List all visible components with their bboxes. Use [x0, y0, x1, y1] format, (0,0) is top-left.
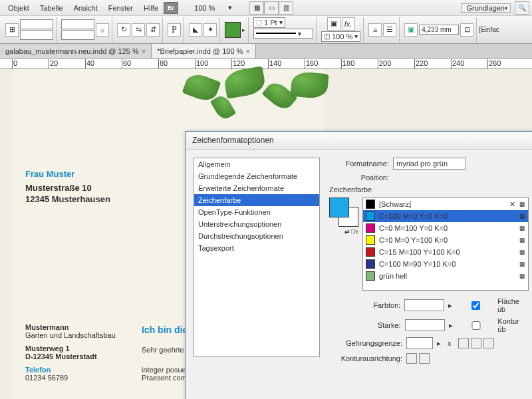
staerke-input[interactable]: [405, 319, 445, 331]
fit-icon[interactable]: ⊡: [460, 23, 473, 37]
tab-galabau[interactable]: galabau_mustermann-neu.indd @ 125 %×: [0, 44, 152, 58]
category-item[interactable]: Tagsexport: [194, 242, 319, 254]
menubar: Objekt Tabelle Ansicht Fenster Hilfe Br …: [0, 0, 532, 16]
join-miter-icon[interactable]: [458, 338, 469, 348]
recipient-name: Frau Muster: [25, 169, 110, 179]
flaeche-label: Fläche üb: [497, 297, 529, 313]
color-list[interactable]: [Schwarz]✕▦C=100 M=0 Y=0 K=0▦C=0 M=100 Y…: [362, 198, 529, 291]
close-icon[interactable]: ×: [142, 47, 146, 55]
stepper-icon[interactable]: ▸: [449, 321, 453, 330]
bridge-icon[interactable]: Br: [164, 2, 178, 14]
workspace-selector[interactable]: Grundlagen: [461, 3, 511, 13]
color-row[interactable]: [Schwarz]✕▦: [363, 198, 528, 210]
footer-block: Mustermann Garten und Landschaftsbau Mus…: [25, 323, 116, 382]
close-icon[interactable]: ×: [245, 47, 249, 55]
sender-street: Musterweg 1: [25, 344, 116, 352]
screen-mode-icon[interactable]: ▭: [264, 1, 279, 15]
search-icon[interactable]: 🔍: [515, 1, 529, 15]
ref-point-icon[interactable]: ⊞: [5, 23, 19, 37]
category-item[interactable]: Zeichenfarbe: [194, 194, 319, 206]
color-row[interactable]: grün hell▦: [363, 270, 528, 282]
sender-sub: Garten und Landschaftsbau: [25, 331, 116, 339]
leaves-decoration: [158, 69, 358, 136]
tel-number: 01234 56789: [25, 374, 116, 382]
flaeche-checkbox[interactable]: [456, 301, 495, 310]
join-round-icon[interactable]: [471, 338, 481, 348]
staerke-label: Stärke:: [329, 321, 401, 329]
view-mode-icon[interactable]: ▦: [249, 1, 264, 15]
join-bevel-icon[interactable]: [483, 338, 494, 348]
formatname-label: Formatname:: [329, 160, 389, 168]
x-label: x: [448, 339, 452, 347]
zoom-dropdown-icon[interactable]: ▾: [223, 3, 237, 12]
menu-hilfe[interactable]: Hilfe: [138, 4, 164, 12]
stroke-weight-field[interactable]: ⬚ 1 Pt ▾: [253, 17, 285, 28]
control-panel: ⊞ ⟐ ↻ ⇋ ⇵ P ◣ ✦ ▸ ⬚ 1 Pt ▾ ▾ ▣fx. ◫ 100 …: [0, 16, 532, 44]
menu-ansicht[interactable]: Ansicht: [68, 4, 103, 12]
fx-icon[interactable]: fx.: [342, 17, 355, 31]
align1-icon[interactable]: ≡: [368, 23, 382, 37]
horizontal-ruler: 020406080100120140160180200220240260: [0, 59, 532, 69]
x-field[interactable]: [20, 19, 53, 29]
farbton-label: Farbton:: [329, 301, 400, 309]
flip-h-icon[interactable]: ⇋: [132, 23, 145, 37]
recipient-city: 12345 Musterhausen: [25, 194, 110, 204]
dialog-title: Zeichenformatoptionen: [186, 132, 532, 150]
fill-swatch[interactable]: [225, 22, 241, 38]
position-label: Position:: [329, 174, 389, 182]
color-row[interactable]: C=15 M=100 Y=100 K=0▦: [363, 246, 528, 258]
swatch-arrow-icon[interactable]: ▸: [242, 27, 245, 33]
measure-field[interactable]: [419, 25, 459, 35]
category-item[interactable]: Erweiterte Zeichenformate: [194, 182, 319, 194]
gehrung-label: Gehrungsgrenze:: [329, 339, 402, 347]
sender-name: Mustermann: [25, 323, 116, 331]
menu-fenster[interactable]: Fenster: [103, 4, 138, 12]
swap-icon[interactable]: ⇄ □⁄₂: [329, 228, 358, 235]
para-icon[interactable]: P: [168, 23, 181, 37]
arrange-icon[interactable]: ▥: [279, 1, 293, 15]
stepper-icon[interactable]: ▸: [437, 339, 441, 348]
kontur-label: Kontur üb: [497, 317, 529, 333]
effects-icon[interactable]: ✦: [203, 23, 217, 37]
menu-objekt[interactable]: Objekt: [3, 4, 35, 12]
category-list[interactable]: AllgemeinGrundlegende ZeichenformateErwe…: [194, 158, 320, 357]
address-block: Frau Muster Musterstraße 10 12345 Muster…: [25, 169, 110, 205]
sender-city: D-12345 Musterstadt: [25, 352, 116, 360]
zoom-value[interactable]: 100 %: [189, 4, 220, 12]
y-field[interactable]: [20, 30, 53, 40]
menu-tabelle[interactable]: Tabelle: [35, 4, 68, 12]
align-inside-icon[interactable]: [419, 353, 430, 364]
category-item[interactable]: Durchstreichungsoptionen: [194, 230, 319, 242]
category-item[interactable]: OpenType-Funktionen: [194, 206, 319, 218]
corner-icon[interactable]: ◣: [189, 23, 202, 37]
w-field[interactable]: [61, 19, 94, 29]
flip-v-icon[interactable]: ⇵: [146, 23, 160, 37]
category-item[interactable]: Allgemein: [194, 158, 319, 170]
gehrung-input[interactable]: [406, 337, 433, 349]
tel-label: Telefon: [25, 366, 116, 374]
color-row[interactable]: C=100 M=0 Y=0 K=0▦: [363, 210, 528, 222]
align2-icon[interactable]: ☰: [383, 23, 396, 37]
rotate-icon[interactable]: ↻: [117, 23, 130, 37]
constrain-icon[interactable]: ⟐: [96, 23, 109, 37]
formatname-input[interactable]: [393, 158, 466, 170]
category-item[interactable]: Grundlegende Zeichenformate: [194, 170, 319, 182]
align-center-icon[interactable]: [406, 353, 417, 364]
frame-fit-icon[interactable]: ▣: [404, 23, 418, 37]
character-style-dialog: Zeichenformatoptionen AllgemeinGrundlege…: [185, 131, 532, 399]
kontur-checkbox[interactable]: [457, 321, 496, 330]
dropdown-icon[interactable]: ▸: [448, 301, 452, 310]
color-row[interactable]: C=100 M=90 Y=10 K=0▦: [363, 258, 528, 270]
konturausrichtung-label: Konturausrichtung:: [329, 354, 402, 362]
stroke-style-field[interactable]: ▾: [253, 29, 313, 39]
opacity-field[interactable]: ◫ 100 % ▾: [321, 31, 360, 42]
farbton-input[interactable]: [404, 299, 444, 311]
color-preview[interactable]: [329, 198, 358, 227]
color-row[interactable]: C=0 M=100 Y=0 K=0▦: [363, 222, 528, 234]
wrap-icon[interactable]: ▣: [327, 17, 340, 31]
category-item[interactable]: Unterstreichungsoptionen: [194, 218, 319, 230]
color-row[interactable]: C=0 M=0 Y=100 K=0▦: [363, 234, 528, 246]
h-field[interactable]: [61, 30, 94, 40]
tab-briefpapier[interactable]: *Briefpapier.indd @ 100 %×: [152, 44, 256, 58]
document-tabs: galabau_mustermann-neu.indd @ 125 %× *Br…: [0, 44, 532, 59]
